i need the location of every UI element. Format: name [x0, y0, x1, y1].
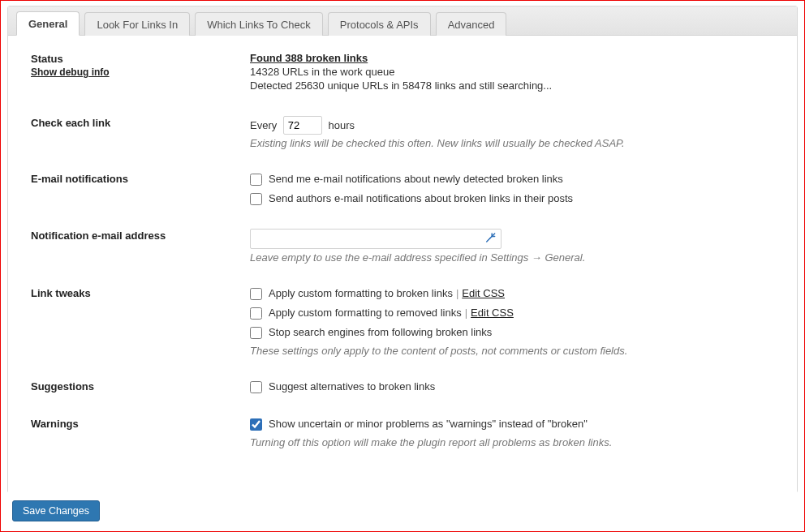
status-label: Status — [31, 53, 63, 65]
format-removed-label: Apply custom formatting to removed links — [269, 306, 462, 320]
warnings-hint: Turning off this option will make the pl… — [250, 436, 774, 448]
notify-authors-label: Send authors e-mail notifications about … — [269, 191, 573, 206]
notification-email-input[interactable] — [250, 229, 502, 249]
format-removed-checkbox[interactable] — [250, 307, 262, 320]
tab-look-for-links[interactable]: Look For Links In — [84, 12, 190, 36]
tab-advanced[interactable]: Advanced — [436, 12, 507, 36]
suggest-alternatives-label: Suggest alternatives to broken links — [269, 380, 435, 394]
tabs-bar: General Look For Links In Which Links To… — [8, 6, 797, 36]
format-broken-label: Apply custom formatting to broken links — [269, 286, 453, 301]
tab-general[interactable]: General — [16, 11, 80, 36]
format-broken-checkbox[interactable] — [250, 288, 262, 300]
save-changes-button[interactable]: Save Changes — [12, 500, 100, 521]
show-debug-info-link[interactable]: Show debug info — [31, 66, 250, 78]
link-tweaks-hint: These settings only apply to the content… — [250, 345, 774, 357]
notification-email-label: Notification e-mail address — [31, 229, 250, 242]
warnings-label: Warnings — [31, 417, 250, 430]
check-each-suffix: hours — [328, 119, 355, 131]
email-notifications-label: E-mail notifications — [31, 172, 250, 185]
settings-panel: General Look For Links In Which Links To… — [7, 6, 798, 493]
status-queue-line: 14328 URLs in the work queue — [250, 66, 774, 78]
edit-css-broken-link[interactable]: Edit CSS — [462, 286, 505, 301]
tab-which-links[interactable]: Which Links To Check — [195, 12, 323, 36]
found-broken-links-link[interactable]: Found 388 broken links — [250, 52, 368, 64]
suggestions-label: Suggestions — [31, 380, 250, 393]
divider: | — [456, 286, 458, 301]
check-each-hint: Existing links will be checked this ofte… — [250, 137, 774, 149]
noindex-broken-label: Stop search engines from following broke… — [269, 325, 492, 340]
tab-body-general: Status Show debug info Found 388 broken … — [8, 36, 797, 493]
show-warnings-label: Show uncertain or minor problems as "war… — [269, 417, 588, 431]
show-warnings-checkbox[interactable] — [250, 418, 262, 431]
suggest-alternatives-checkbox[interactable] — [250, 381, 262, 393]
notification-email-hint: Leave empty to use the e-mail address sp… — [250, 251, 774, 264]
noindex-broken-checkbox[interactable] — [250, 327, 262, 339]
divider: | — [465, 306, 467, 320]
tab-protocols-apis[interactable]: Protocols & APIs — [328, 12, 431, 36]
link-tweaks-label: Link tweaks — [31, 286, 250, 299]
notify-me-checkbox[interactable] — [250, 174, 262, 186]
edit-css-removed-link[interactable]: Edit CSS — [471, 306, 514, 320]
notify-authors-checkbox[interactable] — [250, 193, 262, 205]
check-each-prefix: Every — [250, 119, 277, 131]
status-detected-line: Detected 25630 unique URLs in 58478 link… — [250, 79, 774, 92]
check-each-link-label: Check each link — [31, 116, 250, 129]
check-interval-input[interactable] — [283, 116, 322, 135]
notify-me-label: Send me e-mail notifications about newly… — [269, 172, 563, 187]
